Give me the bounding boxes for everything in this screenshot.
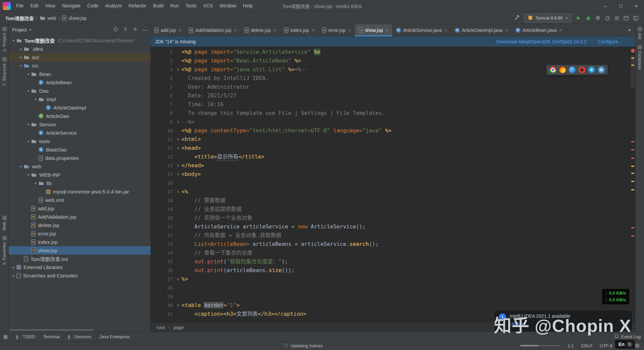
stripe-mark[interactable]: [631, 141, 634, 142]
code-text[interactable]: <%@ page import="Bean.ArticleBean" %>: [181, 56, 635, 65]
line-number[interactable]: 20: [151, 214, 175, 222]
tree-item-scratches-and-consoles[interactable]: ▸Scratches and Consoles: [9, 271, 151, 280]
run-configuration-select[interactable]: Tomcat 8.5.65 ▼: [524, 14, 572, 23]
tab-index-jsp[interactable]: index.jsp×: [280, 24, 318, 36]
line-number[interactable]: 7: [151, 100, 175, 109]
line-number[interactable]: 21: [151, 222, 175, 231]
line-number[interactable]: 9: [151, 118, 175, 126]
line-number[interactable]: 31: [151, 310, 175, 318]
tree-item-src[interactable]: ▾src: [9, 61, 151, 70]
banner-link-2[interactable]: Configure...: [598, 39, 622, 44]
close-button[interactable]: ×: [629, 0, 644, 12]
close-icon[interactable]: ×: [178, 28, 181, 33]
locate-file-icon[interactable]: [113, 27, 118, 33]
line-number[interactable]: 2: [151, 56, 175, 65]
code-text[interactable]: </head>: [181, 161, 635, 170]
tree-item-delete-jsp[interactable]: delete.jsp: [9, 221, 151, 229]
minimize-button[interactable]: –: [598, 0, 613, 12]
line-number[interactable]: 26: [151, 266, 175, 275]
stripe-mark[interactable]: [631, 181, 634, 182]
code-text[interactable]: <html>: [181, 135, 635, 144]
editor-scrollbar[interactable]: [631, 55, 635, 88]
line-number[interactable]: 13: [151, 152, 175, 161]
code-text[interactable]: <%@ page contentType="text/html;charset=…: [181, 126, 635, 135]
fold-marker-icon[interactable]: ∨: [175, 65, 181, 74]
tree-item-articlebean[interactable]: ArticleBean: [9, 78, 151, 87]
tree-item-index-jsp[interactable]: index.jsp: [9, 238, 151, 246]
line-number[interactable]: 10: [151, 126, 175, 135]
tool-button-2-favorites[interactable]: 2: Favorites: [2, 236, 7, 265]
code-text[interactable]: <table border="1">: [181, 301, 635, 310]
fold-marker-icon[interactable]: ∨: [175, 170, 181, 179]
stripe-mark[interactable]: [631, 166, 634, 167]
tree-item-add-jsp[interactable]: add.jsp: [9, 204, 151, 213]
collapse-arrow-icon[interactable]: ▾: [18, 165, 24, 168]
code-text[interactable]: // 实例化一个业务对象: [181, 214, 635, 222]
hide-panel-icon[interactable]: —: [142, 27, 147, 33]
menu-run[interactable]: Run: [167, 0, 182, 12]
code-text[interactable]: [181, 179, 635, 187]
stripe-mark[interactable]: [631, 235, 634, 237]
open-in-window-icon[interactable]: [624, 15, 629, 21]
fold-marker-icon[interactable]: ∨: [175, 144, 181, 152]
horizontal-scrollbar[interactable]: [9, 329, 93, 331]
tree-item-web[interactable]: ▾web: [9, 162, 151, 171]
stripe-mark[interactable]: [631, 189, 634, 190]
stripe-mark[interactable]: [631, 57, 634, 59]
tree-item-external-libraries[interactable]: ▸External Libraries: [9, 263, 151, 271]
tool-window-button-6-todo[interactable]: 6: TODO: [16, 334, 35, 339]
code-text[interactable]: --%>: [181, 118, 635, 126]
tool-button-1-project[interactable]: 1: Project: [2, 27, 7, 52]
status-message[interactable]: Updating Indices: [284, 343, 323, 348]
code-text[interactable]: %>: [181, 275, 635, 283]
code-text[interactable]: User: Administrator: [181, 83, 635, 91]
menu-help[interactable]: Help: [239, 0, 256, 12]
code-text[interactable]: <head>: [181, 144, 635, 152]
line-number[interactable]: 16: [151, 179, 175, 187]
chevron-down-icon[interactable]: ▼: [29, 28, 32, 32]
line-number[interactable]: 19: [151, 205, 175, 214]
fold-marker-icon[interactable]: ∧: [175, 275, 181, 283]
code-text[interactable]: <%: [181, 187, 635, 196]
fold-marker-icon[interactable]: ∧: [175, 161, 181, 170]
line-number[interactable]: 27: [151, 275, 175, 283]
tree-item-tom-iml[interactable]: Tom增删改查.iml: [9, 255, 151, 263]
debug-button[interactable]: [586, 15, 591, 21]
code-text[interactable]: <body>: [181, 170, 635, 179]
tree-item-addvalidation-jsp[interactable]: AddValidation.jsp: [9, 213, 151, 221]
close-icon[interactable]: ×: [348, 28, 351, 33]
fold-marker-icon[interactable]: ∨: [175, 135, 181, 144]
close-icon[interactable]: ×: [444, 28, 447, 33]
tree-item--idea[interactable]: ▸.idea: [9, 45, 151, 53]
status-utf-8[interactable]: UTF-8: [600, 343, 612, 348]
collapse-arrow-icon[interactable]: ▾: [25, 139, 31, 143]
fold-marker-icon[interactable]: ∨: [175, 301, 181, 310]
code-text[interactable]: To change this template use File | Setti…: [181, 109, 635, 118]
collapse-arrow-icon[interactable]: ▾: [25, 72, 31, 76]
code-text[interactable]: [181, 292, 635, 301]
line-number[interactable]: 1: [151, 48, 175, 56]
ime-indicator[interactable]: En ↻: [615, 340, 635, 349]
stripe-mark[interactable]: [631, 227, 634, 228]
close-icon[interactable]: ×: [559, 28, 562, 33]
profiler-button[interactable]: [605, 15, 610, 21]
menu-file[interactable]: File: [13, 0, 27, 12]
status-crlf[interactable]: CRLF: [581, 343, 593, 348]
expand-arrow-icon[interactable]: ▸: [18, 55, 24, 59]
code-text[interactable]: <title>显示所有</title>: [181, 152, 635, 161]
code-text[interactable]: // 所有数据 = 业务对象.获取数据: [181, 231, 635, 240]
stripe-mark[interactable]: [631, 64, 634, 66]
run-with-coverage-button[interactable]: [595, 15, 600, 20]
line-number[interactable]: 23: [151, 240, 175, 249]
collapse-arrow-icon[interactable]: ▾: [25, 173, 31, 177]
tree-item-impl[interactable]: ▾impl: [9, 95, 151, 103]
stripe-mark[interactable]: [631, 149, 634, 150]
tree-item-service[interactable]: ▾Service: [9, 120, 151, 129]
collapse-arrow-icon[interactable]: ▾: [25, 89, 31, 93]
breadcrumb-page[interactable]: page: [173, 325, 184, 330]
tree-item-out[interactable]: ▸out: [9, 53, 151, 61]
collapse-all-icon[interactable]: [123, 27, 128, 33]
menu-tools[interactable]: Tools: [182, 0, 200, 12]
tool-window-button-terminal[interactable]: Terminal: [43, 334, 60, 339]
tree-item-articleservice[interactable]: ArticleService: [9, 129, 151, 137]
